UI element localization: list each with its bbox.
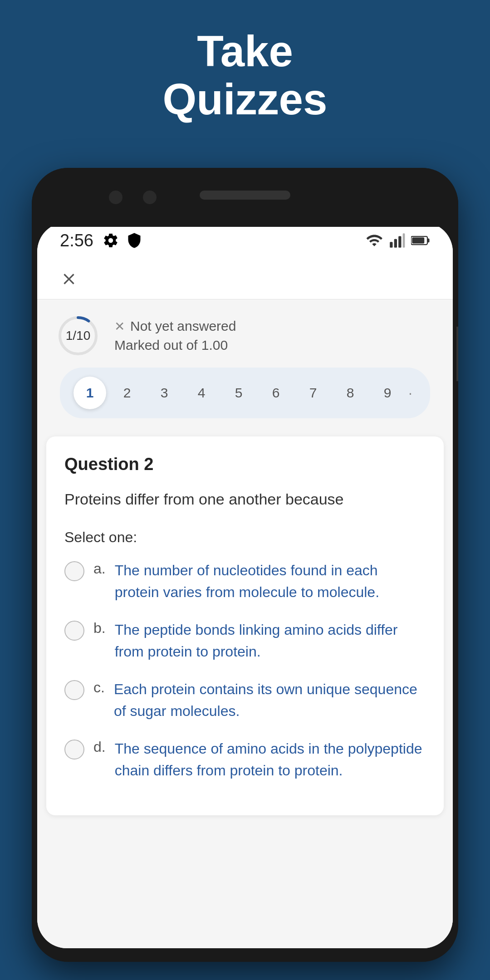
answer-text-c: Each protein contains its own unique seq… bbox=[114, 678, 426, 722]
svg-rect-2 bbox=[398, 236, 401, 248]
answer-text-d: The sequence of amino acids in the polyp… bbox=[115, 738, 426, 781]
answer-text-b: The peptide bonds linking amino acids di… bbox=[115, 619, 426, 662]
answer-letter-c: c. bbox=[93, 679, 105, 696]
tab-q3[interactable]: 3 bbox=[148, 377, 181, 409]
status-icons bbox=[366, 232, 430, 249]
question-tabs: 1 2 3 4 5 6 7 8 9 · bbox=[60, 368, 430, 418]
tab-q8[interactable]: 8 bbox=[334, 377, 367, 409]
radio-b[interactable] bbox=[64, 621, 84, 641]
answer-letter-a: a. bbox=[93, 560, 106, 577]
status-left-icons bbox=[103, 232, 142, 249]
signal-icon bbox=[388, 232, 406, 249]
svg-rect-3 bbox=[403, 233, 405, 248]
quiz-status: ✕ Not yet answered bbox=[114, 318, 236, 334]
tab-q2[interactable]: 2 bbox=[111, 377, 143, 409]
tab-q4[interactable]: 4 bbox=[185, 377, 218, 409]
camera-right bbox=[143, 191, 157, 204]
progress-circle: 1/10 bbox=[55, 313, 101, 358]
answer-letter-d: d. bbox=[93, 739, 106, 755]
nav-bar bbox=[37, 259, 453, 299]
progress-text: 1/10 bbox=[66, 328, 91, 343]
marked-label: Marked out of 1.00 bbox=[114, 338, 236, 353]
question-number: Question 2 bbox=[64, 455, 426, 474]
radio-c[interactable] bbox=[64, 680, 84, 700]
phone-top bbox=[32, 168, 458, 227]
close-button[interactable] bbox=[55, 265, 83, 293]
phone-screen: 2:56 bbox=[37, 222, 453, 948]
svg-rect-6 bbox=[427, 239, 430, 243]
camera-left bbox=[109, 191, 122, 204]
tab-q1[interactable]: 1 bbox=[74, 377, 106, 409]
radio-d[interactable] bbox=[64, 740, 84, 760]
radio-a[interactable] bbox=[64, 561, 84, 581]
side-button bbox=[456, 327, 458, 381]
tab-q9[interactable]: 9 bbox=[371, 377, 404, 409]
tab-q5[interactable]: 5 bbox=[222, 377, 255, 409]
page-title: Take Quizzes bbox=[0, 27, 490, 123]
screen-content[interactable]: 1/10 ✕ Not yet answered Marked out of 1.… bbox=[37, 259, 453, 948]
answer-option-b[interactable]: b. The peptide bonds linking amino acids… bbox=[64, 619, 426, 662]
wifi-icon bbox=[366, 232, 383, 249]
phone-frame: 2:56 bbox=[32, 168, 458, 962]
shield-icon bbox=[126, 232, 142, 249]
not-answered-label: Not yet answered bbox=[130, 318, 236, 334]
not-answered-icon: ✕ bbox=[114, 319, 125, 334]
battery-icon bbox=[411, 232, 430, 249]
svg-rect-5 bbox=[412, 237, 424, 244]
tabs-more: · bbox=[408, 385, 412, 402]
select-label: Select one: bbox=[64, 529, 426, 546]
svg-rect-0 bbox=[390, 242, 392, 248]
question-text: Proteins differ from one another because bbox=[64, 488, 426, 511]
quiz-meta: ✕ Not yet answered Marked out of 1.00 bbox=[114, 318, 236, 353]
status-time: 2:56 bbox=[60, 231, 93, 250]
tab-q6[interactable]: 6 bbox=[260, 377, 292, 409]
quiz-header: 1/10 ✕ Not yet answered Marked out of 1.… bbox=[37, 299, 453, 368]
answer-option-a[interactable]: a. The number of nucleotides found in ea… bbox=[64, 559, 426, 603]
speaker bbox=[200, 191, 290, 200]
answer-option-c[interactable]: c. Each protein contains its own unique … bbox=[64, 678, 426, 722]
question-card: Question 2 Proteins differ from one anot… bbox=[46, 436, 444, 815]
answer-letter-b: b. bbox=[93, 620, 106, 637]
svg-rect-1 bbox=[394, 239, 397, 248]
gear-icon bbox=[103, 232, 119, 249]
status-bar: 2:56 bbox=[37, 222, 453, 259]
answer-text-a: The number of nucleotides found in each … bbox=[115, 559, 426, 603]
tab-q7[interactable]: 7 bbox=[297, 377, 329, 409]
answer-option-d[interactable]: d. The sequence of amino acids in the po… bbox=[64, 738, 426, 781]
